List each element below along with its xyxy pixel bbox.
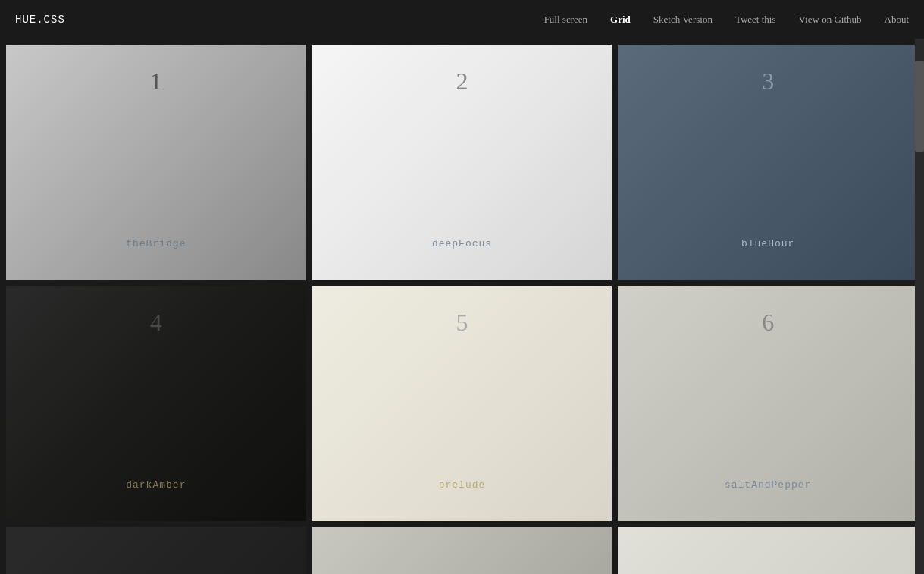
grid-item-6[interactable]: 6 saltAndPepper <box>618 286 918 521</box>
nav-fullscreen[interactable]: Full screen <box>544 14 587 26</box>
item-number-2: 2 <box>456 67 468 96</box>
item-name-6: saltAndPepper <box>725 479 811 491</box>
item-name-3: blueHour <box>741 238 794 249</box>
site-logo: HUE.CSS <box>15 14 65 26</box>
item-name-4: darkAmber <box>126 479 186 491</box>
color-grid: 1 theBridge 2 deepFocus 3 blueHour 4 dar… <box>0 39 924 574</box>
grid-item-4[interactable]: 4 darkAmber <box>6 286 306 521</box>
grid-item-1[interactable]: 1 theBridge <box>6 45 306 280</box>
nav-sketch[interactable]: Sketch Version <box>653 14 713 26</box>
nav-tweet[interactable]: Tweet this <box>735 14 776 26</box>
nav-grid[interactable]: Grid <box>610 14 631 26</box>
grid-item-2[interactable]: 2 deepFocus <box>312 45 612 280</box>
navigation: HUE.CSS Full screen Grid Sketch Version … <box>0 0 924 39</box>
grid-item-3[interactable]: 3 blueHour <box>618 45 918 280</box>
scrollbar-thumb[interactable] <box>915 61 924 152</box>
item-name-2: deepFocus <box>432 238 492 249</box>
item-number-6: 6 <box>762 309 774 337</box>
grid-item-8[interactable] <box>312 527 612 574</box>
nav-github[interactable]: View on Github <box>799 14 862 26</box>
scrollbar-track <box>915 0 924 574</box>
item-number-4: 4 <box>150 309 162 337</box>
item-number-1: 1 <box>150 67 162 96</box>
item-name-1: theBridge <box>126 238 186 249</box>
nav-about[interactable]: About <box>885 14 910 26</box>
item-number-3: 3 <box>762 67 774 96</box>
nav-links: Full screen Grid Sketch Version Tweet th… <box>544 14 909 26</box>
item-number-5: 5 <box>456 309 468 337</box>
grid-item-5[interactable]: 5 prelude <box>312 286 612 521</box>
item-name-5: prelude <box>439 479 486 491</box>
grid-item-7[interactable] <box>6 527 306 574</box>
grid-item-9[interactable] <box>618 527 918 574</box>
